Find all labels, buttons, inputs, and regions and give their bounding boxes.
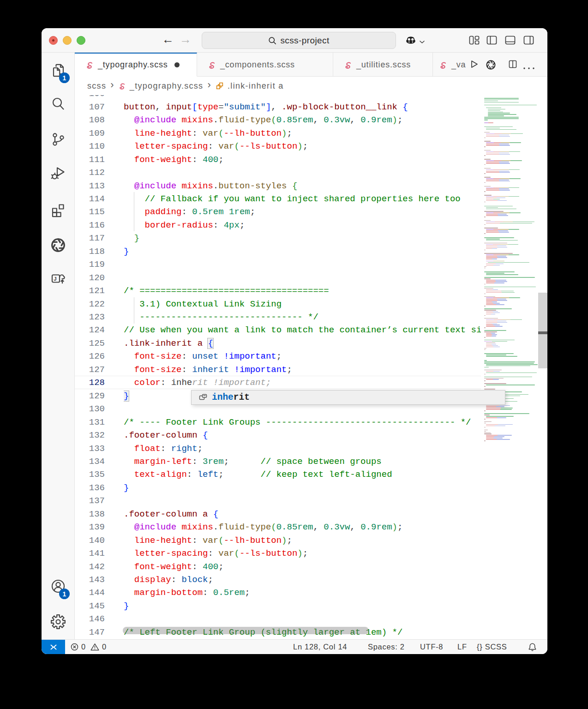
svg-text:J: J [54, 276, 56, 282]
